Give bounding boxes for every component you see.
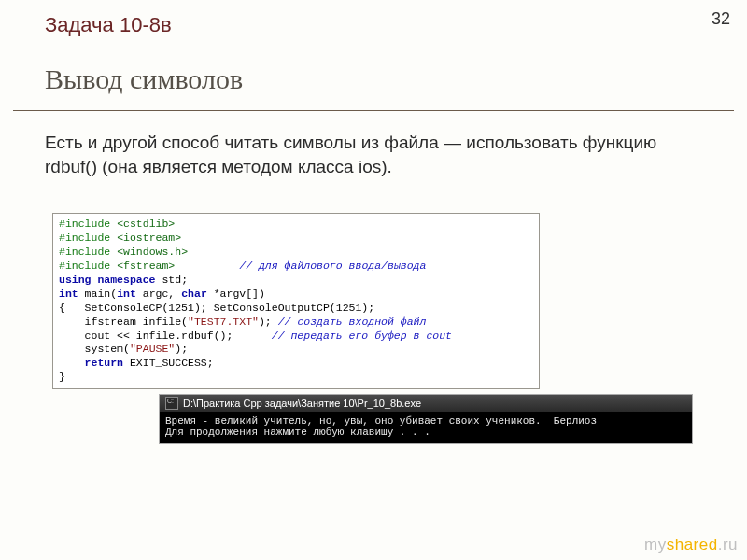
code-text: cout << infile.rdbuf(); bbox=[59, 329, 272, 342]
code-text: system( bbox=[59, 343, 130, 355]
code-text: ifstream infile( bbox=[59, 315, 188, 328]
console-line: Для продолжения нажмите любую клавишу . … bbox=[165, 427, 430, 438]
console-icon bbox=[165, 397, 178, 410]
code-text: char bbox=[181, 287, 207, 300]
console-line: Время - великий учитель, но, увы, оно уб… bbox=[165, 415, 597, 427]
task-label: Задача 10-8в bbox=[45, 13, 172, 37]
code-text bbox=[175, 259, 239, 272]
code-text: #include bbox=[59, 231, 117, 244]
code-comment: // создать входной файл bbox=[278, 315, 427, 328]
code-text: int bbox=[59, 287, 78, 300]
watermark-part: shared bbox=[667, 536, 718, 553]
code-text: main( bbox=[78, 287, 117, 300]
code-text: *argv[]) bbox=[207, 287, 265, 300]
slide: Задача 10-8в 32 Вывод символов Есть и др… bbox=[0, 0, 747, 560]
code-text: ); bbox=[175, 343, 188, 355]
code-text: int bbox=[117, 287, 136, 300]
code-text: ); bbox=[259, 315, 278, 328]
code-text bbox=[59, 357, 85, 369]
code-comment: // передать его буфер в cout bbox=[272, 329, 452, 342]
body-text: Есть и другой способ читать символы из ф… bbox=[45, 131, 710, 178]
console-titlebar: D:\Практика Cpp задачи\Занятие 10\Pr_10_… bbox=[160, 395, 692, 412]
code-text: <fstream> bbox=[117, 259, 175, 272]
code-text: return bbox=[85, 357, 123, 369]
slide-title: Вывод символов bbox=[45, 63, 243, 95]
code-text: <windows.h> bbox=[117, 245, 188, 258]
watermark-part: .ru bbox=[718, 536, 738, 553]
watermark: myshared.ru bbox=[644, 536, 738, 554]
code-text: argc, bbox=[136, 287, 181, 300]
console-body: Время - великий учитель, но, увы, оно уб… bbox=[160, 412, 692, 443]
code-comment: // для файлового ввода/вывода bbox=[239, 259, 426, 272]
code-text: <cstdlib> bbox=[117, 217, 175, 230]
code-text: #include bbox=[59, 259, 117, 272]
code-text: <iostream> bbox=[117, 231, 181, 244]
code-text: "TEST7.TXT" bbox=[188, 315, 259, 328]
code-text: #include bbox=[59, 217, 117, 230]
watermark-part: my bbox=[644, 536, 667, 553]
console-title: D:\Практика Cpp задачи\Занятие 10\Pr_10_… bbox=[183, 398, 421, 409]
code-text: { SetConsoleCP(1251); SetConsoleOutputCP… bbox=[59, 301, 374, 314]
code-block: #include <cstdlib> #include <iostream> #… bbox=[52, 213, 540, 389]
code-text: } bbox=[59, 371, 65, 383]
page-number: 32 bbox=[712, 9, 730, 29]
code-text: using namespace bbox=[59, 273, 156, 286]
code-text: std; bbox=[156, 273, 189, 286]
code-text: #include bbox=[59, 245, 117, 258]
horizontal-rule bbox=[13, 110, 734, 111]
code-text: EXIT_SUCCESS; bbox=[123, 357, 214, 369]
code-text: "PAUSE" bbox=[130, 343, 175, 355]
console-window: D:\Практика Cpp задачи\Занятие 10\Pr_10_… bbox=[159, 394, 693, 444]
